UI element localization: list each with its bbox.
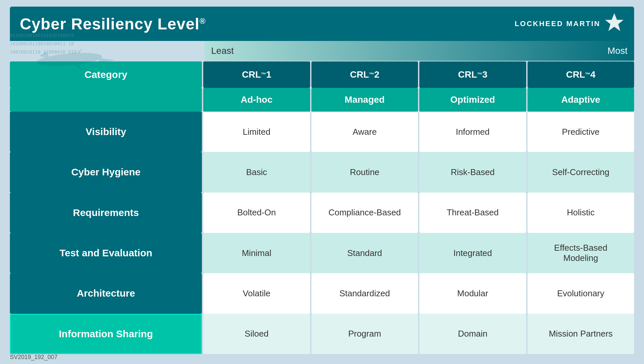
visibility-crl4: Predictive xyxy=(528,112,634,152)
requirements-crl3: Threat-Based xyxy=(419,193,526,233)
cyber-hygiene-crl3: Risk-Based xyxy=(419,152,526,192)
requirements-crl4: Holistic xyxy=(528,193,634,233)
sub-header-row: Ad-hoc Managed Optimized Adaptive xyxy=(10,88,634,112)
category-subheader-spacer xyxy=(10,88,202,112)
title-text: Cyber Resiliency Level xyxy=(20,15,200,33)
information-sharing-crl4: Mission Partners xyxy=(528,314,634,354)
visibility-row: Visibility Limited Aware Informed Predic… xyxy=(10,112,634,152)
test-evaluation-crl3: Integrated xyxy=(419,233,526,273)
requirements-crl2: Compliance-Based xyxy=(311,193,418,233)
crl-4-header: CRL™ 4 xyxy=(528,61,634,88)
page-title: Cyber Resiliency Level® xyxy=(20,15,206,33)
cyber-hygiene-crl2: Routine xyxy=(311,152,418,192)
test-evaluation-row: Test and Evaluation Minimal Standard Int… xyxy=(10,233,634,273)
requirements-row: Requirements Bolted-On Compliance-Based … xyxy=(10,193,634,233)
test-evaluation-crl4: Effects-Based Modeling xyxy=(528,233,634,273)
cyber-hygiene-label-cell: Cyber Hygiene xyxy=(10,152,202,192)
subheader-managed: Managed xyxy=(311,88,418,112)
information-sharing-label: Information Sharing xyxy=(59,328,153,340)
main-content: 01100100100101010100010 1010001011001001… xyxy=(10,41,634,354)
requirements-crl1: Bolted-On xyxy=(203,193,310,233)
architecture-label-cell: Architecture xyxy=(10,273,202,313)
information-sharing-row: Information Sharing Siloed Program Domai… xyxy=(10,314,634,354)
gradient-left-spacer xyxy=(10,41,205,61)
crl-2-header: CRL™ 2 xyxy=(311,61,418,88)
gradient-bar: Least Most xyxy=(205,41,634,61)
subheader-optimized: Optimized xyxy=(419,88,526,112)
requirements-label: Requirements xyxy=(73,207,139,218)
managed-label: Managed xyxy=(345,94,385,105)
page-wrapper: Cyber Resiliency Level® LOCKHEED MARTIN … xyxy=(0,0,644,364)
architecture-crl1: Volatile xyxy=(203,273,310,313)
svg-marker-0 xyxy=(605,13,624,31)
visibility-crl3: Informed xyxy=(419,112,526,152)
cyber-hygiene-crl4: Self-Correcting xyxy=(528,152,634,192)
optimized-label: Optimized xyxy=(450,94,495,105)
cyber-hygiene-label: Cyber Hygiene xyxy=(71,166,141,178)
footer-code: SV2019_192_007 xyxy=(10,354,57,361)
test-evaluation-label: Test and Evaluation xyxy=(59,247,152,259)
visibility-label-cell: Visibility xyxy=(10,112,202,152)
gradient-least-label: Least xyxy=(211,46,234,56)
cyber-hygiene-crl1: Basic xyxy=(203,152,310,192)
test-evaluation-label-cell: Test and Evaluation xyxy=(10,233,202,273)
test-evaluation-crl2: Standard xyxy=(311,233,418,273)
information-sharing-label-cell: Information Sharing xyxy=(10,314,202,354)
visibility-crl2: Aware xyxy=(311,112,418,152)
category-header-cell: Category xyxy=(10,61,202,88)
header-bar: Cyber Resiliency Level® LOCKHEED MARTIN xyxy=(10,7,634,41)
architecture-crl4: Evolutionary xyxy=(528,273,634,313)
visibility-label: Visibility xyxy=(86,126,126,137)
crl-3-header: CRL™ 3 xyxy=(419,61,526,88)
logo-area: LOCKHEED MARTIN xyxy=(515,13,624,35)
adhoc-label: Ad-hoc xyxy=(241,94,273,105)
test-evaluation-crl1: Minimal xyxy=(203,233,310,273)
logo-text: LOCKHEED MARTIN xyxy=(515,19,600,29)
gradient-most-label: Most xyxy=(607,46,628,56)
title-sup: ® xyxy=(200,17,206,25)
cyber-hygiene-row: Cyber Hygiene Basic Routine Risk-Based S… xyxy=(10,152,634,192)
architecture-crl3: Modular xyxy=(419,273,526,313)
architecture-crl2: Standardized xyxy=(311,273,418,313)
category-label: Category xyxy=(84,69,127,80)
information-sharing-crl3: Domain xyxy=(419,314,526,354)
requirements-label-cell: Requirements xyxy=(10,193,202,233)
subheader-adhoc: Ad-hoc xyxy=(203,88,310,112)
crl-1-header: CRL™ 1 xyxy=(203,61,310,88)
information-sharing-crl1: Siloed xyxy=(203,314,310,354)
architecture-label: Architecture xyxy=(77,288,135,299)
subheader-adaptive: Adaptive xyxy=(528,88,634,112)
visibility-crl1: Limited xyxy=(203,112,310,152)
information-sharing-crl2: Program xyxy=(311,314,418,354)
adaptive-label: Adaptive xyxy=(561,94,600,105)
gradient-row: Least Most xyxy=(10,41,634,61)
crl-header-row: Category CRL™ 1 CRL™ 2 CRL™ 3 CRL™ 4 xyxy=(10,61,634,88)
logo-star-icon xyxy=(604,13,624,35)
architecture-row: Architecture Volatile Standardized Modul… xyxy=(10,273,634,313)
